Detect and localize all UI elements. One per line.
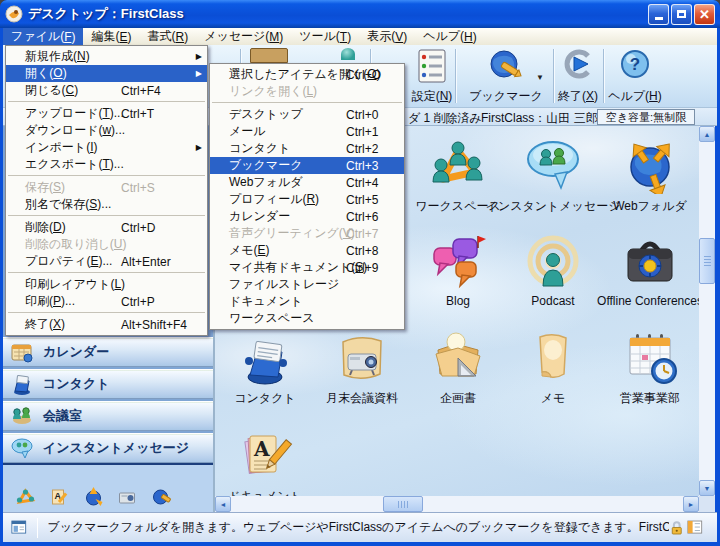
hidden-toolbar-icon bbox=[250, 48, 288, 63]
minimize-button[interactable] bbox=[648, 4, 669, 25]
desktop-icon-proposal[interactable]: 企画書 bbox=[412, 330, 504, 407]
sidebar-item-contacts[interactable]: コンタクト bbox=[3, 369, 213, 399]
scrollbar-corner bbox=[699, 496, 715, 512]
maximize-button[interactable] bbox=[671, 4, 692, 25]
quota-text: 空き容量:無制限 bbox=[606, 110, 686, 125]
quit-button[interactable]: 終了(X) bbox=[555, 49, 601, 105]
statusbar-separator bbox=[37, 518, 39, 538]
menu-file[interactable]: ファイル(F) bbox=[3, 28, 83, 45]
menu-item-new[interactable]: 新規作成(N)▶ bbox=[6, 48, 207, 65]
horizontal-scrollbar[interactable]: ◄ ► bbox=[215, 496, 699, 512]
menu-bar: ファイル(F) 編集(E) 書式(R) メッセージ(M) ツール(T) 表示(V… bbox=[3, 28, 717, 45]
desktop-icon-memo[interactable]: メモ bbox=[507, 330, 599, 407]
documents-shortcut-icon[interactable]: A bbox=[49, 487, 70, 507]
submenu-item-contacts[interactable]: コンタクトCtrl+2 bbox=[210, 140, 404, 157]
window-title: デスクトップ：FirstClass bbox=[28, 5, 184, 23]
chevron-down-icon[interactable]: ▼ bbox=[536, 73, 544, 82]
submenu-item-bookmarks[interactable]: ブックマークCtrl+3 bbox=[210, 157, 404, 174]
webfolder-icon bbox=[622, 138, 678, 194]
scroll-down-button[interactable]: ▼ bbox=[699, 480, 715, 496]
idea-folder-icon bbox=[430, 330, 486, 386]
menu-item-export[interactable]: エクスポート(T)... bbox=[6, 156, 207, 173]
menu-item-undelete: 削除の取り消し(U) bbox=[6, 236, 207, 253]
webfolder-shortcut-icon[interactable] bbox=[83, 487, 104, 507]
menu-edit[interactable]: 編集(E) bbox=[83, 28, 139, 45]
menu-item-upload[interactable]: アップロード(T)...Ctrl+T bbox=[6, 105, 207, 122]
menu-item-properties[interactable]: プロパティ(E)...Alt+Enter bbox=[6, 253, 207, 270]
submenu-item-desktop[interactable]: デスクトップCtrl+0 bbox=[210, 106, 404, 123]
sidebar-item-label: インスタントメッセージ bbox=[43, 439, 189, 457]
menu-item-import[interactable]: インポート(I)▶ bbox=[6, 139, 207, 156]
scroll-up-button[interactable]: ▲ bbox=[699, 126, 715, 142]
briefcase-icon bbox=[622, 234, 678, 290]
desktop-icon-contacts[interactable]: コンタクト bbox=[219, 330, 311, 407]
submenu-item-mail[interactable]: メールCtrl+1 bbox=[210, 123, 404, 140]
bookmark-icon bbox=[488, 49, 524, 81]
contact-icon bbox=[9, 372, 35, 396]
menu-format[interactable]: 書式(R) bbox=[139, 28, 196, 45]
scroll-left-button[interactable]: ◄ bbox=[215, 496, 231, 512]
quit-icon bbox=[563, 49, 593, 79]
projector-folder-icon bbox=[334, 330, 390, 386]
menu-item-open[interactable]: 開く(O)▶ bbox=[6, 65, 207, 82]
logged-in-user: FirstClass：山田 三郎 bbox=[481, 110, 598, 127]
scroll-right-button[interactable]: ► bbox=[683, 496, 699, 512]
app-logo-icon bbox=[5, 5, 23, 23]
desktop-icon-instant-message[interactable]: インスタントメッセージ bbox=[507, 138, 599, 215]
open-submenu-popup: 選択したアイテムを開く(O)Ctrl+O リンクを開く(L) デスクトップCtr… bbox=[209, 63, 405, 330]
submenu-item-documents[interactable]: ドキュメント bbox=[210, 293, 404, 310]
preferences-button[interactable]: 設定(N) bbox=[402, 49, 462, 105]
minimize-icon bbox=[655, 17, 663, 20]
horizontal-scroll-thumb[interactable] bbox=[383, 496, 423, 512]
sidebar-item-instant-message[interactable]: インスタントメッセージ bbox=[3, 433, 213, 463]
toolbar-separator bbox=[603, 49, 605, 103]
svg-text:?: ? bbox=[630, 55, 640, 74]
menu-help[interactable]: ヘルプ(H) bbox=[415, 28, 485, 45]
submenu-item-open-selected[interactable]: 選択したアイテムを開く(O)Ctrl+O bbox=[210, 66, 404, 83]
desktop-icon-documents[interactable]: A ドキュメント bbox=[219, 428, 311, 496]
submenu-item-workspace[interactable]: ワークスペース bbox=[210, 310, 404, 327]
desktop-icon-monthly-meeting-docs[interactable]: 月末会議資料 bbox=[316, 330, 408, 407]
panel-toggle-icon[interactable] bbox=[11, 519, 27, 536]
bookmark-label: ブックマーク bbox=[469, 88, 542, 105]
file-storage-shortcut-icon[interactable] bbox=[117, 487, 138, 507]
bookmark-shortcut-icon[interactable] bbox=[151, 487, 172, 507]
menu-item-print[interactable]: 印刷(P)...Ctrl+P bbox=[6, 293, 207, 310]
layout-panel-icon[interactable] bbox=[687, 519, 703, 536]
menu-tools[interactable]: ツール(T) bbox=[291, 28, 359, 45]
desktop-icon-podcast[interactable]: Podcast bbox=[507, 234, 599, 308]
desktop-icon-sales-division[interactable]: 営業事業部 bbox=[604, 330, 696, 407]
menu-message[interactable]: メッセージ(M) bbox=[196, 28, 291, 45]
submenu-item-my-shared-documents[interactable]: マイ共有ドキュメント(S)Ctrl+9 bbox=[210, 259, 404, 276]
desktop-icon-blog[interactable]: Blog bbox=[412, 234, 504, 308]
menu-item-delete[interactable]: 削除(D)Ctrl+D bbox=[6, 219, 207, 236]
menu-view[interactable]: 表示(V) bbox=[359, 28, 415, 45]
svg-text:A: A bbox=[253, 437, 270, 461]
help-button[interactable]: ? ヘルプ(H) bbox=[608, 49, 662, 105]
submenu-item-memo[interactable]: メモ(E)Ctrl+8 bbox=[210, 242, 404, 259]
desktop-icon-webfolder[interactable]: Webフォルダ bbox=[604, 138, 696, 215]
vertical-scrollbar[interactable]: ▲ ▼ bbox=[699, 126, 715, 496]
sidebar-shortcut-strip: A bbox=[3, 463, 213, 512]
menu-separator bbox=[212, 102, 402, 103]
workspace-shortcut-icon[interactable] bbox=[15, 487, 36, 507]
vertical-scroll-thumb[interactable] bbox=[699, 238, 715, 284]
menu-separator bbox=[8, 272, 205, 273]
sidebar-item-calendar[interactable]: カレンダー bbox=[3, 337, 213, 367]
submenu-arrow-icon: ▶ bbox=[196, 52, 202, 61]
submenu-item-profile[interactable]: プロフィール(R)Ctrl+5 bbox=[210, 191, 404, 208]
menu-item-print-layout[interactable]: 印刷レイアウト(L) bbox=[6, 276, 207, 293]
menu-item-save-as[interactable]: 別名で保存(S)... bbox=[6, 196, 207, 213]
close-button[interactable]: ✕ bbox=[694, 4, 715, 25]
bookmark-button[interactable]: ▼ ブックマーク bbox=[462, 49, 550, 105]
submenu-item-file-storage[interactable]: ファイルストレージ bbox=[210, 276, 404, 293]
submenu-item-webfolder[interactable]: WebフォルダCtrl+4 bbox=[210, 174, 404, 191]
desktop-icon-offline-conferences[interactable]: Offline Conferences bbox=[595, 234, 699, 308]
menu-item-download[interactable]: ダウンロード(w)... bbox=[6, 122, 207, 139]
submenu-item-open-link: リンクを開く(L) bbox=[210, 83, 404, 100]
menu-item-exit[interactable]: 終了(X)Alt+Shift+F4 bbox=[6, 316, 207, 333]
submenu-item-calendar[interactable]: カレンダーCtrl+6 bbox=[210, 208, 404, 225]
sidebar-item-conferences[interactable]: 会議室 bbox=[3, 401, 213, 431]
menu-item-close[interactable]: 閉じる(C)Ctrl+F4 bbox=[6, 82, 207, 99]
close-icon: ✕ bbox=[699, 8, 710, 21]
